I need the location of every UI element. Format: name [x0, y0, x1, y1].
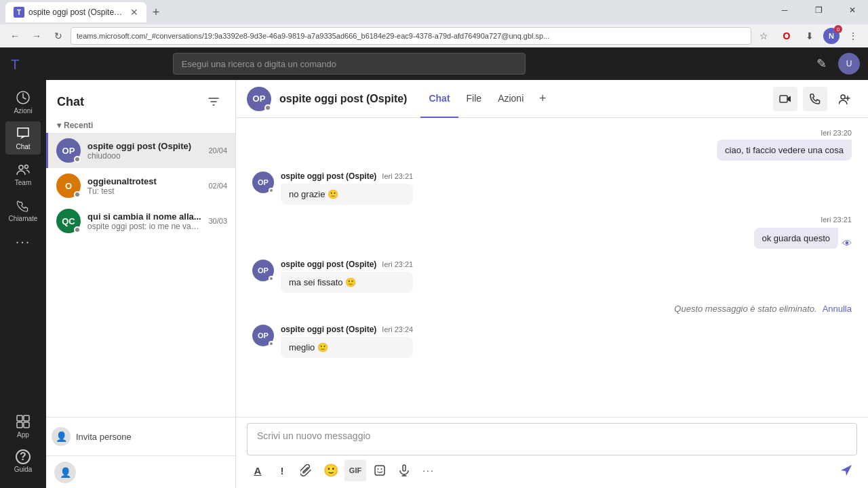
online-indicator [74, 226, 81, 233]
azioni-icon [15, 89, 31, 106]
chat-name: ospite oggi post (Ospite) [87, 141, 201, 151]
chat-preview: chiudooo [87, 151, 201, 161]
team-icon [15, 161, 31, 178]
active-tab[interactable]: T ospite oggi post (Ospite) | Micro... ✕ [5, 2, 146, 22]
emoji-button[interactable]: 🙂 [320, 460, 342, 481]
back-button[interactable]: ← [5, 26, 24, 45]
sidebar-item-team[interactable]: Team [5, 157, 41, 190]
chat-tabs: Chat File Azioni + [420, 80, 553, 118]
chat-item-ospite[interactable]: OP ospite oggi post (Ospite) chiudooo 20… [46, 133, 235, 168]
compose-new-button[interactable]: ✎ [811, 53, 833, 75]
chat-date: 02/04 [208, 182, 227, 190]
recenti-section[interactable]: ▾ Recenti [46, 118, 235, 133]
avatar-initials: OP [258, 266, 269, 274]
add-tab-button[interactable]: + [532, 80, 553, 118]
left-rail: Azioni Chat Team [0, 80, 46, 488]
svg-rect-5 [17, 415, 22, 421]
sticker-button[interactable] [369, 460, 391, 481]
tab-chat[interactable]: Chat [420, 80, 458, 118]
chat-icon [15, 125, 31, 142]
menu-icon[interactable]: ⋮ [844, 26, 863, 45]
guida-icon: ? [16, 449, 31, 464]
filter-button[interactable] [203, 91, 224, 113]
chat-preview: Tu: test [87, 186, 201, 196]
add-person-icon[interactable]: 👤 [54, 462, 76, 483]
send-button[interactable] [835, 460, 857, 481]
new-tab-button[interactable]: + [146, 3, 165, 22]
svg-point-10 [841, 95, 845, 99]
tab-title: ospite oggi post (Ospite) | Micro... [28, 7, 123, 17]
read-receipt-icon: 👁 [842, 238, 852, 249]
refresh-button[interactable]: ↻ [49, 26, 68, 45]
address-bar[interactable]: teams.microsoft.com/_#conversations/19:9… [71, 27, 751, 45]
online-indicator [74, 191, 81, 198]
extensions-icon[interactable]: N 0 [823, 28, 840, 44]
azioni-label: Azioni [14, 107, 32, 115]
message-sender: ospite oggi post (Ospite) [281, 171, 376, 181]
bookmark-icon[interactable]: ☆ [754, 26, 773, 45]
video-call-button[interactable] [773, 87, 797, 111]
avatar: OP [252, 325, 274, 346]
online-dot [269, 341, 274, 346]
chat-info: qui si cambia il nome alla... ospite ogg… [87, 211, 201, 231]
deleted-message-row: Questo messaggio è stato eliminato. Annu… [252, 304, 852, 314]
user-avatar[interactable]: U [838, 53, 860, 75]
attach-button[interactable] [296, 460, 317, 481]
audio-call-button[interactable] [803, 87, 827, 111]
compose-placeholder: Scrivi un nuovo messaggio [257, 430, 370, 441]
search-input[interactable] [173, 53, 526, 75]
sidebar-item-azioni[interactable]: Azioni [5, 85, 41, 119]
contact-initials: OP [253, 94, 266, 104]
avatar-initials: OP [258, 178, 269, 186]
sidebar-item-guida[interactable]: ? Guida [5, 445, 41, 477]
more-compose-button[interactable]: ··· [418, 460, 439, 481]
message-row: OP ospite oggi post (Ospite) Ieri 23:24 … [252, 325, 852, 358]
avatar: OP [252, 260, 274, 281]
important-button[interactable]: ! [271, 460, 293, 481]
message-time: Ieri 23:21 [382, 260, 413, 268]
people-button[interactable] [833, 87, 857, 111]
compose-input[interactable]: Scrivi un nuovo messaggio [247, 423, 857, 455]
sidebar-item-more[interactable]: ··· [5, 229, 41, 253]
message-bubble: ok guarda questo [754, 228, 838, 249]
chat-item-oggieunaltrotest[interactable]: O oggieunaltrotest Tu: test 02/04 [46, 168, 235, 203]
invite-people-button[interactable]: 👤 Invita persone [46, 423, 235, 450]
teams-logo: T [8, 54, 27, 73]
avatar-initials: OP [62, 146, 75, 156]
search-bar[interactable] [173, 53, 526, 75]
online-indicator [74, 156, 81, 163]
sidebar-item-chiamate[interactable]: Chiamate [5, 193, 41, 226]
sidebar-item-chat[interactable]: Chat [5, 121, 41, 155]
opera-icon[interactable]: O [777, 26, 796, 45]
message-bubble: no grazie 🙂 [281, 184, 413, 205]
chat-label: Chat [16, 143, 30, 150]
online-dot [269, 276, 274, 281]
chat-list: OP ospite oggi post (Ospite) chiudooo 20… [46, 133, 235, 417]
forward-button[interactable]: → [27, 26, 46, 45]
svg-point-12 [378, 468, 379, 470]
chiamate-icon [15, 197, 31, 214]
format-button[interactable]: A [247, 460, 269, 481]
tab-file[interactable]: File [458, 80, 490, 118]
close-button[interactable]: ✕ [837, 0, 868, 20]
sidebar-item-app[interactable]: App [5, 409, 41, 443]
audio-button[interactable] [393, 460, 415, 481]
tab-file-label: File [467, 93, 482, 104]
chat-item-qui-si-cambia[interactable]: QC qui si cambia il nome alla... ospite … [46, 203, 235, 239]
tab-close-button[interactable]: ✕ [130, 7, 138, 18]
online-dot [269, 188, 274, 193]
chat-date: 30/03 [208, 217, 227, 225]
minimize-button[interactable]: ─ [769, 0, 800, 20]
main-content: OP ospite oggi post (Ospite) Chat File A… [236, 80, 868, 488]
avatar: OP [56, 138, 81, 163]
chat-date: 20/04 [208, 146, 227, 155]
download-icon[interactable]: ⬇ [800, 26, 819, 45]
maximize-button[interactable]: ❐ [803, 0, 834, 20]
svg-point-3 [19, 165, 23, 169]
gif-button[interactable]: GIF [344, 460, 366, 481]
undo-button[interactable]: Annulla [823, 304, 852, 314]
chat-info: oggieunaltrotest Tu: test [87, 176, 201, 196]
chat-header: OP ospite oggi post (Ospite) Chat File A… [236, 80, 868, 118]
chat-sidebar: Chat ▾ Recenti OP [46, 80, 236, 488]
tab-azioni[interactable]: Azioni [490, 80, 532, 118]
